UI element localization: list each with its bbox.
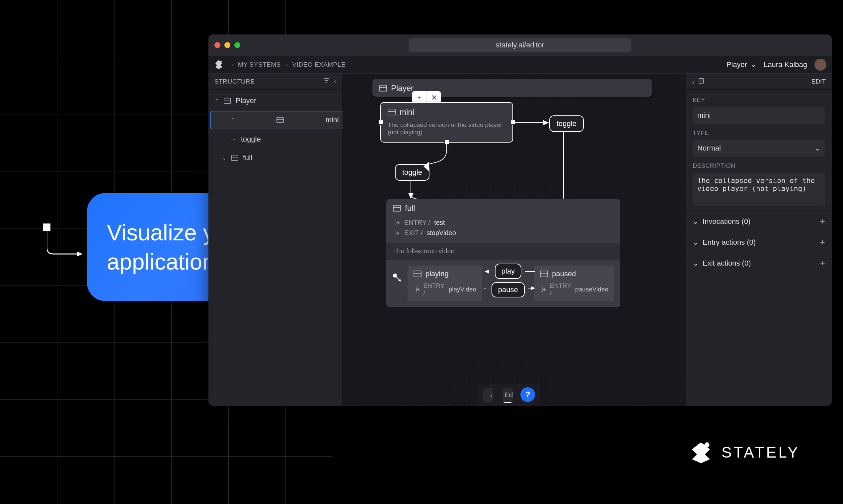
url-bar[interactable]: stately.ai/editor [409, 38, 631, 52]
accordion-invocations[interactable]: ⌄ Invocations (0) + [686, 211, 832, 232]
panel-edit-label[interactable]: EDIT [811, 78, 826, 85]
add-icon[interactable]: + [820, 237, 825, 247]
transition-toggle-down[interactable]: toggle [395, 164, 429, 181]
breadcrumb-bar: › MY SYSTEMS › VIDEO EXAMPLE Player ⌄ La… [208, 56, 832, 74]
key-label: KEY [693, 97, 825, 104]
state-title: paused [552, 270, 576, 278]
state-node-playing[interactable]: playing ENTRY / playVideo [408, 266, 482, 301]
chevron-right-icon: › [231, 61, 233, 68]
transition-icon: → [230, 136, 236, 143]
url-text: stately.ai/editor [496, 41, 544, 49]
chevron-down-icon: ⌄ [693, 238, 699, 247]
entry-action: playVideo [449, 286, 476, 293]
avatar[interactable] [814, 59, 826, 71]
transition-toggle-right[interactable]: toggle [549, 115, 584, 132]
state-icon [224, 98, 231, 104]
description-textarea[interactable] [693, 173, 825, 206]
entry-icon [540, 286, 547, 293]
chevron-down-icon: ⌄ [693, 259, 699, 268]
state-node-mini[interactable]: mini The collapsed version of the video … [380, 102, 513, 143]
exit-label: EXIT / [404, 229, 423, 237]
exit-icon [393, 230, 400, 236]
mode-edit-tab[interactable]: Edit [502, 388, 513, 403]
resize-handle-bottom[interactable] [444, 140, 449, 145]
chevron-right-icon: ⌄ [222, 155, 226, 161]
svg-marker-0 [77, 251, 83, 257]
entry-action: pauseVideo [575, 286, 608, 293]
breadcrumb-my-systems[interactable]: MY SYSTEMS [238, 61, 281, 68]
svg-point-1 [220, 61, 222, 63]
chevron-down-icon: ⌄ [693, 217, 699, 226]
panel-tab-icon[interactable] [698, 77, 704, 86]
accordion-label: Exit actions (0) [703, 259, 751, 268]
add-icon[interactable]: + [820, 258, 825, 268]
state-icon [231, 155, 238, 161]
tree-item-toggle[interactable]: → toggle [208, 130, 342, 148]
tree-item-full[interactable]: ⌄ full [208, 148, 342, 167]
window-max-dot[interactable] [234, 42, 240, 48]
entry-icon [414, 286, 420, 293]
breadcrumb-video-example[interactable]: VIDEO EXAMPLE [292, 61, 346, 68]
state-node-paused[interactable]: paused ENTRY / pauseVideo [534, 266, 614, 301]
state-title: playing [426, 270, 449, 278]
tree-label: toggle [241, 135, 261, 144]
chevron-right-icon: › [286, 61, 288, 68]
user-name[interactable]: Laura Kalbag [764, 60, 807, 69]
collapse-panel-icon[interactable]: ‹ [334, 77, 336, 85]
transition-play[interactable]: play [495, 264, 521, 279]
tree-label: Player [236, 96, 256, 105]
transition-pause[interactable]: pause [492, 282, 525, 298]
entry-label: ENTRY / [550, 282, 572, 297]
resize-handle-left[interactable] [378, 120, 383, 125]
chevron-right-icon[interactable]: › [692, 77, 694, 86]
canvas-toolbar: ‹ Undo › Edit Simulate 120% [477, 384, 540, 406]
tree-label: mini [326, 116, 339, 124]
brand-name: STATELY [722, 443, 800, 461]
type-select[interactable]: Normal ⌄ [693, 140, 825, 157]
add-icon[interactable]: + [820, 216, 825, 227]
state-icon [379, 85, 387, 91]
state-description: The collapsed version of the video playe… [381, 121, 513, 142]
state-title: mini [400, 107, 414, 117]
tree-item-mini[interactable]: ⌃ mini [210, 111, 344, 129]
key-input[interactable] [693, 107, 825, 124]
decorative-elbow-arrow [42, 223, 51, 231]
exit-action: stopVideo [427, 229, 456, 237]
canvas[interactable]: Player + ✕ mini The collapsed version of… [343, 74, 686, 406]
tree-root-player[interactable]: ⌃ Player [208, 91, 342, 110]
entry-icon [393, 219, 400, 226]
stately-logo-icon [689, 440, 713, 464]
entry-label: ENTRY / [424, 282, 445, 297]
filter-icon[interactable] [323, 77, 329, 85]
svg-point-13 [704, 442, 709, 447]
chevron-down-icon: ⌄ [814, 144, 821, 152]
titlebar: stately.ai/editor [208, 35, 832, 56]
initial-state-icon [392, 273, 401, 282]
chevron-down-icon: ⌃ [214, 98, 219, 104]
svg-marker-8 [485, 270, 489, 273]
state-icon [393, 205, 401, 212]
entry-action: test [434, 219, 445, 227]
help-button[interactable]: ? [520, 387, 535, 402]
type-value: Normal [697, 144, 721, 152]
machine-dropdown[interactable]: Player ⌄ [726, 60, 756, 69]
accordion-entry-actions[interactable]: ⌄ Entry actions (0) + [686, 232, 832, 253]
state-node-full[interactable]: full ENTRY / test [386, 199, 620, 307]
accordion-exit-actions[interactable]: ⌄ Exit actions (0) + [686, 253, 832, 273]
window-min-dot[interactable] [224, 42, 230, 48]
brand-footer: STATELY [689, 440, 800, 464]
structure-sidebar: STRUCTURE ‹ ⌃ Player ⌃ [208, 74, 343, 406]
entry-label: ENTRY / [404, 219, 430, 227]
stately-logo-icon [214, 60, 224, 70]
state-icon [414, 271, 422, 277]
chevron-down-icon: ⌄ [751, 60, 756, 69]
type-label: TYPE [693, 130, 825, 137]
resize-handle-right[interactable] [510, 120, 515, 125]
state-icon [540, 271, 548, 277]
window-close-dot[interactable] [214, 42, 220, 48]
undo-prev-button[interactable]: ‹ [483, 388, 493, 402]
tree-label: full [243, 154, 252, 162]
chevron-down-icon: ⌃ [230, 117, 235, 123]
accordion-label: Entry actions (0) [703, 238, 756, 247]
machine-dropdown-label: Player [726, 60, 747, 69]
